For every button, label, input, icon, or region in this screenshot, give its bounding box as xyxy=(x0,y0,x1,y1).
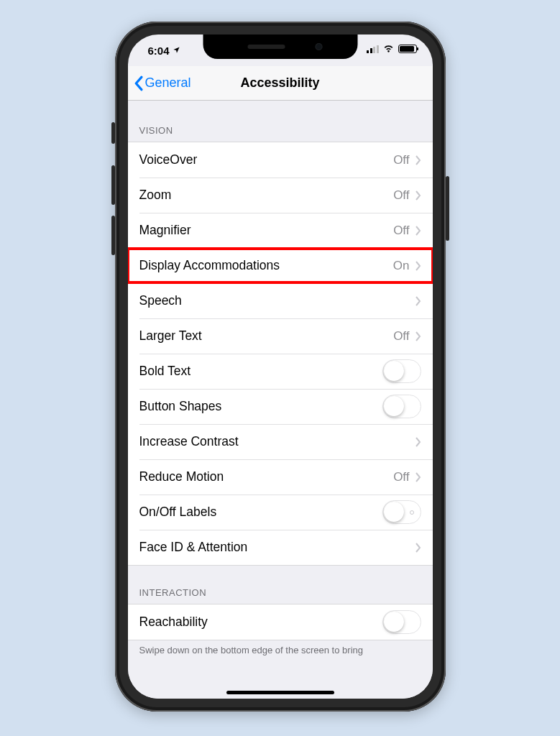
row-faceid-attention[interactable]: Face ID & Attention xyxy=(128,530,433,565)
row-value: Off xyxy=(393,188,409,203)
chevron-right-icon xyxy=(416,472,421,482)
phone-body: 6:04 xyxy=(115,22,446,712)
chevron-right-icon xyxy=(416,437,421,447)
earpiece-speaker xyxy=(248,45,285,49)
toggle-button-shapes[interactable] xyxy=(382,395,421,418)
row-display-accommodations[interactable]: Display Accommodations On xyxy=(128,248,433,283)
row-larger-text[interactable]: Larger Text Off xyxy=(128,318,433,354)
section-header-vision: VISION xyxy=(128,101,433,142)
row-label: Zoom xyxy=(139,188,394,203)
navigation-bar: General Accessibility xyxy=(128,66,433,101)
row-label: Reduce Motion xyxy=(139,469,394,484)
toggle-onoff-labels[interactable] xyxy=(382,500,421,524)
chevron-right-icon xyxy=(416,226,421,236)
row-label: Bold Text xyxy=(139,364,382,379)
row-voiceover[interactable]: VoiceOver Off xyxy=(128,142,433,178)
row-label: Face ID & Attention xyxy=(139,540,416,555)
interaction-list: Reachability xyxy=(128,604,433,640)
row-label: Magnifier xyxy=(139,223,394,238)
row-reachability[interactable]: Reachability xyxy=(128,604,433,640)
toggle-bold-text[interactable] xyxy=(382,359,421,383)
power-btn xyxy=(446,176,449,241)
row-label: Larger Text xyxy=(139,328,394,344)
row-zoom[interactable]: Zoom Off xyxy=(128,178,433,213)
wifi-icon xyxy=(382,45,395,53)
chevron-right-icon xyxy=(416,543,421,553)
toggle-reachability[interactable] xyxy=(382,610,421,634)
section-header-interaction: INTERACTION xyxy=(128,566,433,604)
row-value: Off xyxy=(393,153,409,167)
back-label: General xyxy=(145,75,191,91)
status-time: 6:04 xyxy=(148,45,170,57)
chevron-right-icon xyxy=(416,155,421,165)
row-label: Button Shapes xyxy=(139,399,382,414)
location-icon xyxy=(173,46,180,56)
row-label: Increase Contrast xyxy=(139,434,416,449)
chevron-right-icon xyxy=(416,190,421,201)
page-title: Accessibility xyxy=(240,75,319,91)
status-left: 6:04 xyxy=(148,45,180,57)
vision-list: VoiceOver Off Zoom Off Magnifier Off xyxy=(128,142,433,566)
cellular-signal-icon xyxy=(367,45,379,53)
notch xyxy=(203,34,357,59)
row-label: Display Accommodations xyxy=(139,258,393,273)
chevron-right-icon xyxy=(416,331,421,341)
content-scroll[interactable]: VISION VoiceOver Off Zoom Off Magnifier xyxy=(128,101,433,699)
chevron-left-icon xyxy=(134,75,143,91)
chevron-right-icon xyxy=(416,261,421,271)
chevron-right-icon xyxy=(416,296,421,306)
row-value: On xyxy=(393,259,410,273)
row-magnifier[interactable]: Magnifier Off xyxy=(128,213,433,248)
home-indicator[interactable] xyxy=(226,691,334,694)
row-button-shapes[interactable]: Button Shapes xyxy=(128,389,433,424)
back-button[interactable]: General xyxy=(134,66,191,100)
row-bold-text[interactable]: Bold Text xyxy=(128,354,433,389)
row-label: On/Off Labels xyxy=(139,505,382,520)
row-value: Off xyxy=(393,224,409,238)
row-label: Reachability xyxy=(139,615,382,630)
row-label: Speech xyxy=(139,293,416,308)
row-label: VoiceOver xyxy=(139,152,394,167)
row-reduce-motion[interactable]: Reduce Motion Off xyxy=(128,459,433,494)
row-speech[interactable]: Speech xyxy=(128,283,433,318)
phone-frame: 6:04 xyxy=(115,22,446,712)
row-increase-contrast[interactable]: Increase Contrast xyxy=(128,424,433,459)
battery-icon xyxy=(398,45,417,53)
row-value: Off xyxy=(393,470,409,484)
status-right xyxy=(367,45,417,53)
row-value: Off xyxy=(393,329,409,344)
screen: 6:04 xyxy=(128,34,433,699)
row-onoff-labels[interactable]: On/Off Labels xyxy=(128,494,433,530)
reachability-footer: Swipe down on the bottom edge of the scr… xyxy=(128,640,433,657)
front-camera xyxy=(316,43,323,50)
